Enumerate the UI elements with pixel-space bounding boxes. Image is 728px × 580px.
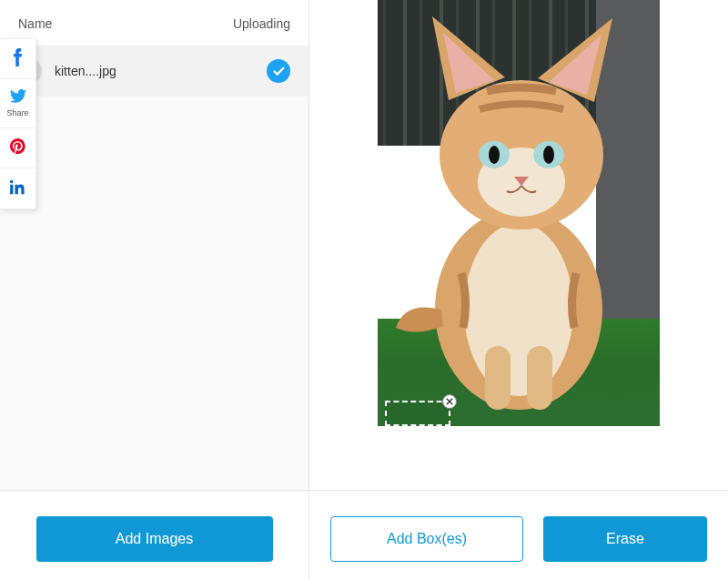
share-linkedin-button[interactable] (0, 168, 35, 209)
facebook-icon (13, 48, 23, 70)
share-pinterest-button[interactable] (0, 128, 35, 168)
right-toolbar: Add Box(es) Erase (309, 490, 728, 580)
file-list-header: Name Uploading (0, 0, 308, 46)
svg-rect-2 (485, 346, 511, 410)
svg-point-1 (464, 223, 573, 396)
svg-point-9 (543, 146, 554, 164)
pinterest-icon (10, 138, 25, 158)
preview-image (378, 0, 660, 426)
add-boxes-button[interactable]: Add Box(es) (330, 516, 523, 562)
svg-rect-3 (527, 346, 552, 410)
share-twitter-button[interactable]: Share (0, 79, 35, 128)
left-toolbar: Add Images (0, 490, 308, 580)
add-images-button[interactable]: Add Images (36, 516, 273, 562)
editor-panel: Add Box(es) Erase (309, 0, 728, 580)
svg-point-7 (489, 146, 500, 164)
file-name: kitten....jpg (55, 64, 116, 78)
share-facebook-button[interactable] (0, 39, 35, 79)
file-row[interactable]: kitten....jpg (0, 46, 308, 97)
file-list-panel: Name Uploading kitten....jpg Add Images (0, 0, 309, 580)
share-twitter-label: Share (6, 108, 28, 117)
column-header-name: Name (18, 16, 52, 31)
selection-box[interactable] (385, 401, 450, 426)
kitten-image-icon (378, 0, 660, 426)
upload-complete-icon (267, 59, 290, 83)
twitter-icon (10, 89, 26, 107)
share-rail: Share (0, 38, 36, 209)
file-list-empty-area (0, 97, 308, 490)
preview-area[interactable] (309, 0, 728, 490)
column-header-status: Uploading (233, 16, 290, 31)
erase-button[interactable]: Erase (543, 516, 707, 562)
linkedin-icon (10, 179, 25, 198)
close-selection-icon[interactable] (442, 394, 457, 409)
